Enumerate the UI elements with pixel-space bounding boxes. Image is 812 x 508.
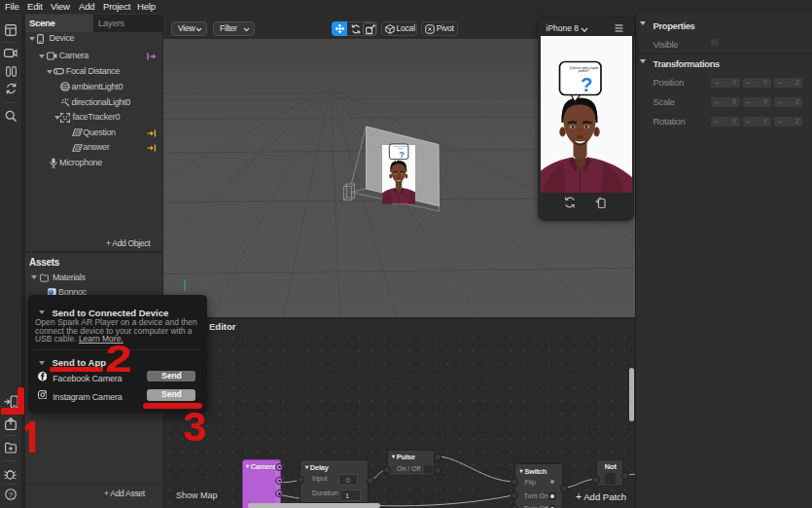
svg-text:?: ?: [8, 490, 13, 498]
